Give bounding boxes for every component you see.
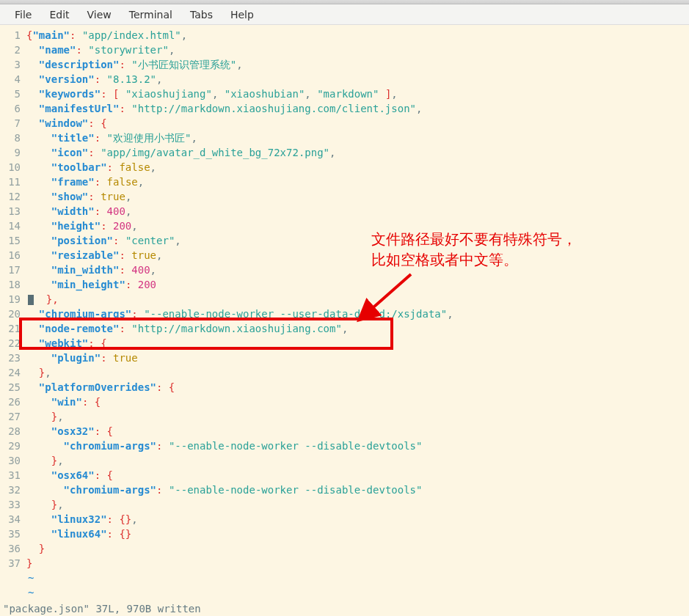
code-line[interactable]: "version": "8.13.2", (26, 72, 689, 87)
menu-item-file[interactable]: File (6, 6, 40, 23)
code-line[interactable]: "height": 200, (26, 219, 689, 233)
line-number: 29 (0, 439, 21, 453)
menu-item-edit[interactable]: Edit (40, 6, 78, 23)
line-number: 2 (0, 43, 21, 57)
line-number: 6 (0, 101, 21, 116)
code-line[interactable]: "show": true, (26, 189, 689, 204)
line-number: 30 (0, 453, 21, 468)
code-line[interactable]: "linux64": {} (26, 527, 689, 541)
code-line[interactable]: "min_height": 200 (26, 277, 689, 292)
line-number: 23 (0, 351, 21, 365)
line-number: 13 (0, 204, 21, 219)
line-number: 3 (0, 57, 21, 72)
line-number: 32 (0, 483, 21, 497)
editor-viewport: 1234567891011121314151617181920212223242… (0, 25, 689, 616)
code-line[interactable]: }, (26, 365, 689, 380)
line-number: 19 (0, 292, 21, 307)
line-number: 22 (0, 336, 21, 351)
line-number-gutter: 1234567891011121314151617181920212223242… (0, 25, 25, 601)
code-line[interactable]: "window": { (26, 116, 689, 131)
code-line[interactable]: "chromium-args": "--enable-node-worker -… (26, 307, 689, 321)
fold-marker-icon[interactable] (28, 295, 34, 305)
status-bar: "package.json" 37L, 970B written (0, 601, 689, 616)
line-number: 5 (0, 87, 21, 101)
code-line[interactable]: }, (26, 409, 689, 424)
code-line[interactable]: "description": "小书匠知识管理系统", (26, 57, 689, 72)
code-line[interactable]: "toolbar": false, (26, 160, 689, 175)
code-content[interactable]: {"main": "app/index.html", "name": "stor… (25, 25, 689, 601)
line-number: 9 (0, 145, 21, 160)
code-line[interactable]: "resizable": true, (26, 248, 689, 263)
code-line[interactable]: "osx64": { (26, 468, 689, 483)
empty-line-tilde: ~ (26, 585, 689, 600)
code-line[interactable]: "node-remote": "http://markdown.xiaoshuj… (26, 321, 689, 336)
menubar: FileEditViewTerminalTabsHelp (0, 4, 689, 25)
line-number: 4 (0, 72, 21, 87)
line-number: 34 (0, 512, 21, 527)
line-number: 14 (0, 219, 21, 233)
line-number: 28 (0, 424, 21, 439)
line-number: 17 (0, 263, 21, 277)
code-line[interactable]: "platformOverrides": { (26, 380, 689, 395)
code-line[interactable]: }, (26, 453, 689, 468)
code-line[interactable]: "keywords": [ "xiaoshujiang", "xiaoshubi… (26, 87, 689, 101)
line-number: 12 (0, 189, 21, 204)
empty-line-tilde: ~ (26, 571, 689, 585)
line-number: 1 (0, 28, 21, 43)
code-line[interactable]: "frame": false, (26, 175, 689, 189)
line-number: 25 (0, 380, 21, 395)
line-number: 16 (0, 248, 21, 263)
line-number: 31 (0, 468, 21, 483)
menu-item-terminal[interactable]: Terminal (120, 6, 181, 23)
line-number: 15 (0, 233, 21, 248)
line-number: 18 (0, 277, 21, 292)
code-line[interactable]: "width": 400, (26, 204, 689, 219)
code-line[interactable]: "chromium-args": "--enable-node-worker -… (26, 483, 689, 497)
code-line[interactable]: "webkit": { (26, 336, 689, 351)
line-number: 11 (0, 175, 21, 189)
line-number: 35 (0, 527, 21, 541)
line-number: 20 (0, 307, 21, 321)
code-line[interactable]: "icon": "app/img/avatar_d_white_bg_72x72… (26, 145, 689, 160)
code-area[interactable]: 1234567891011121314151617181920212223242… (0, 25, 689, 601)
line-number: 24 (0, 365, 21, 380)
line-number: 26 (0, 395, 21, 409)
line-number: 33 (0, 497, 21, 512)
line-number: 10 (0, 160, 21, 175)
code-line[interactable]: } (26, 556, 689, 571)
code-line[interactable]: "title": "欢迎使用小书匠", (26, 131, 689, 145)
menu-item-view[interactable]: View (79, 6, 120, 23)
code-line[interactable]: "name": "storywriter", (26, 43, 689, 57)
menu-item-help[interactable]: Help (222, 6, 263, 23)
line-number: 8 (0, 131, 21, 145)
line-number: 36 (0, 541, 21, 556)
code-line[interactable]: "chromium-args": "--enable-node-worker -… (26, 439, 689, 453)
line-number: 27 (0, 409, 21, 424)
code-line[interactable]: "min_width": 400, (26, 263, 689, 277)
line-number: 37 (0, 556, 21, 571)
code-line[interactable]: "plugin": true (26, 351, 689, 365)
code-line[interactable]: "win": { (26, 395, 689, 409)
line-number: 21 (0, 321, 21, 336)
line-number: 7 (0, 116, 21, 131)
code-line[interactable]: } (26, 541, 689, 556)
code-line[interactable]: {"main": "app/index.html", (26, 28, 689, 43)
code-line[interactable]: "osx32": { (26, 424, 689, 439)
code-line[interactable]: }, (26, 497, 689, 512)
code-line[interactable]: }, (26, 292, 689, 307)
menu-item-tabs[interactable]: Tabs (181, 6, 222, 23)
status-text: "package.json" 37L, 970B written (3, 603, 201, 615)
code-line[interactable]: "linux32": {}, (26, 512, 689, 527)
code-line[interactable]: "position": "center", (26, 233, 689, 248)
code-line[interactable]: "manifestUrl": "http://markdown.xiaoshuj… (26, 101, 689, 116)
